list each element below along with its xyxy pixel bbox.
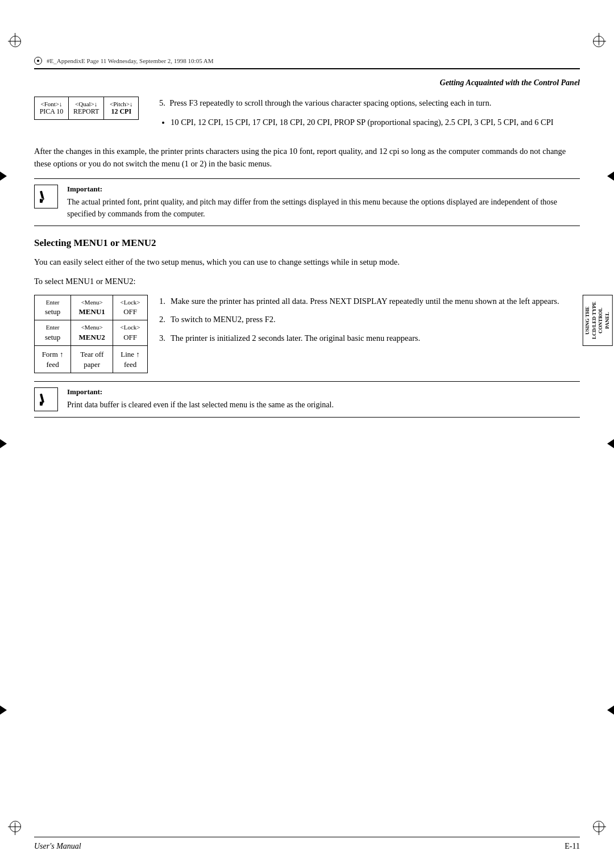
pencil-icon [38, 189, 54, 205]
compass-icon [34, 57, 42, 65]
lcd-cell-font: <Font>↓ PICA 10 [35, 97, 69, 119]
lcd-display-col: <Font>↓ PICA 10 <Qual>↓ REPORT <Pitch>↓ … [34, 97, 148, 136]
lcd-cell-pitch: <Pitch>↓ 12 CPI [104, 97, 138, 119]
lcd-row-feeds: Form ↑feed Tear offpaper Line ↑feed [35, 345, 148, 373]
lcd-pitch-bot: 12 CPI [109, 107, 134, 116]
lcd-form-feed: Form ↑feed [35, 345, 71, 373]
section1-paragraph: After the changes in this example, the p… [34, 145, 580, 170]
lcd-menu2-menu: <Menu> MENU2 [71, 320, 113, 346]
section2-intro1: You can easily select either of the two … [34, 256, 580, 268]
menu-lcd-table: Enter setup <Menu> MENU1 <Lock> OFF [34, 295, 148, 374]
cpi-bullet-item: 10 CPI, 12 CPI, 15 CPI, 17 CPI, 18 CPI, … [171, 116, 580, 128]
section2-heading: Selecting MENU1 or MENU2 [34, 237, 580, 249]
step-3: 3. The printer is initialized 2 seconds … [159, 332, 580, 344]
note-icon-1 [34, 185, 58, 208]
note1-content: Important: The actual printed font, prin… [67, 185, 580, 220]
footer: User's Manual E-11 [34, 837, 580, 851]
lcd-line-feed: Line ↑feed [113, 345, 148, 373]
step-1: 1. Make sure the printer has printed all… [159, 295, 580, 307]
reg-mark-tr [593, 36, 604, 47]
lcd-row-menu1: Enter setup <Menu> MENU1 <Lock> OFF [35, 295, 148, 320]
menu-lcd-col: Enter setup <Menu> MENU1 <Lock> OFF [34, 295, 148, 374]
reg-mark-bl [10, 821, 21, 832]
note-box-2: Important: Print data buffer is cleared … [34, 381, 580, 418]
lcd-pitch-top: <Pitch>↓ [109, 101, 134, 107]
lcd-row-menu2: Enter setup <Menu> MENU2 <Lock> OFF [35, 320, 148, 346]
lcd-font-bot: PICA 10 [39, 107, 64, 116]
lcd-menu1-menu: <Menu> MENU1 [71, 295, 113, 320]
lcd-menu1-enter: Enter setup [35, 295, 71, 320]
note1-label: Important: [67, 185, 580, 194]
lcd-qual-bot: REPORT [73, 107, 99, 116]
lcd-qual-top: <Qual>↓ [73, 101, 99, 107]
step5-text: 5. Press F3 repeatedly to scroll through… [159, 97, 580, 109]
right-arrow-mid [607, 439, 614, 448]
note1-text: The actual printed font, print quality, … [67, 196, 580, 220]
lcd-cell-qual: <Qual>↓ REPORT [69, 97, 104, 119]
note2-label: Important: [67, 387, 580, 397]
section1-right: 5. Press F3 repeatedly to scroll through… [159, 97, 580, 136]
menu-steps-col: 1. Make sure the printer has printed all… [159, 295, 580, 374]
lcd-display: <Font>↓ PICA 10 <Qual>↓ REPORT <Pitch>↓ … [34, 97, 139, 120]
section2-intro2: To select MENU1 or MENU2: [34, 275, 580, 287]
steps-list: 1. Make sure the printer has printed all… [159, 295, 580, 344]
section1-layout: <Font>↓ PICA 10 <Qual>↓ REPORT <Pitch>↓ … [34, 97, 580, 136]
footer-left: User's Manual [34, 842, 81, 851]
menu-section-layout: Enter setup <Menu> MENU1 <Lock> OFF [34, 295, 580, 374]
right-arrow-top [607, 172, 614, 181]
note-box-1: Important: The actual printed font, prin… [34, 178, 580, 226]
file-info-text: #E_AppendixE Page 11 Wednesday, Septembe… [47, 57, 214, 64]
left-arrow-top [0, 172, 7, 181]
pencil-icon-2 [38, 391, 54, 407]
svg-rect-5 [40, 394, 44, 403]
note2-content: Important: Print data buffer is cleared … [67, 387, 580, 411]
cpi-bullet-list: 10 CPI, 12 CPI, 15 CPI, 17 CPI, 18 CPI, … [171, 116, 580, 128]
lcd-menu1-lock: <Lock> OFF [113, 295, 148, 320]
reg-mark-tl [10, 36, 21, 47]
right-arrow-bot [607, 706, 614, 715]
file-info: #E_AppendixE Page 11 Wednesday, Septembe… [34, 57, 580, 65]
note-icon-2 [34, 387, 58, 411]
lcd-menu2-enter: Enter setup [35, 320, 71, 346]
lcd-menu2-lock: <Lock> OFF [113, 320, 148, 346]
footer-right: E-11 [565, 842, 580, 851]
sidebar-label: USING THELCD/LED TYPECONTROL PANEL [583, 295, 613, 346]
lcd-font-top: <Font>↓ [39, 101, 64, 107]
left-arrow-mid [0, 439, 7, 448]
step-2: 2. To switch to MENU2, press F2. [159, 313, 580, 326]
top-rule [34, 68, 580, 69]
note2-text: Print data buffer is cleared even if the… [67, 399, 580, 411]
left-arrow-bot [0, 706, 7, 715]
chapter-header: Getting Acquainted with the Control Pane… [34, 78, 580, 87]
reg-mark-br [593, 821, 604, 832]
lcd-tear-off: Tear offpaper [71, 345, 113, 373]
